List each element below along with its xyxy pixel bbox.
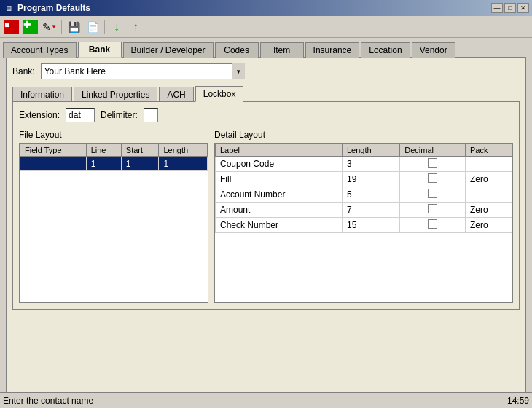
table-row[interactable]: Check Number 15 Zero bbox=[216, 218, 512, 233]
table-row[interactable]: Coupon Code 3 bbox=[216, 157, 512, 172]
tab-linked-properties[interactable]: Linked Properties bbox=[74, 87, 157, 102]
decimal-checkbox[interactable] bbox=[428, 158, 437, 168]
col-line: Line bbox=[86, 144, 121, 157]
toolbar: ■ ✚ ✎ ▼ 💾 📄 ↓ ↑ bbox=[0, 16, 532, 38]
cell-line: 1 bbox=[86, 157, 121, 171]
detail-layout-section: Detail Layout Label Length Decimal Pack bbox=[214, 130, 513, 303]
tab-account-types[interactable]: Account Types bbox=[3, 42, 77, 58]
col-field-type: Field Type bbox=[20, 144, 87, 157]
maximize-button[interactable]: □ bbox=[504, 3, 516, 13]
tab-location[interactable]: Location bbox=[361, 42, 410, 58]
cell-length: 1 bbox=[159, 157, 208, 171]
cell-length: 15 bbox=[343, 218, 400, 233]
cell-label: Fill bbox=[216, 172, 343, 187]
arrow-down-icon: ↓ bbox=[114, 20, 120, 34]
col-length: Length bbox=[343, 144, 400, 157]
table-row[interactable]: Fill 19 Zero bbox=[216, 172, 512, 187]
status-time: 14:59 bbox=[501, 396, 529, 406]
tab-vendor[interactable]: Vendor bbox=[412, 42, 455, 58]
cell-pack: Zero bbox=[465, 218, 512, 233]
cell-pack bbox=[465, 187, 512, 203]
cell-label: Account Number bbox=[216, 187, 343, 203]
status-bar: Enter the contact name 14:59 bbox=[0, 392, 532, 408]
ext-delimiter-row: Extension: Delimiter: bbox=[19, 108, 513, 122]
status-text: Enter the contact name bbox=[3, 396, 93, 406]
table-row[interactable]: Amount 7 Zero bbox=[216, 203, 512, 218]
copy-icon: 📄 bbox=[87, 21, 99, 33]
toolbar-green-add-button[interactable]: ✚ bbox=[22, 18, 39, 36]
toolbar-edit-button[interactable]: ✎ ▼ bbox=[41, 18, 58, 36]
cell-length: 3 bbox=[343, 157, 400, 172]
tab-lockbox[interactable]: Lockbox bbox=[195, 86, 244, 102]
main-window: 🖥 Program Defaults — □ ✕ ■ ✚ ✎ ▼ 💾 📄 ↓ bbox=[0, 0, 532, 408]
col-start: Start bbox=[121, 144, 159, 157]
title-bar-buttons: — □ ✕ bbox=[491, 3, 529, 13]
separator-1 bbox=[61, 20, 62, 34]
bank-row: Bank: ▼ bbox=[12, 63, 520, 79]
window-title: Program Defaults bbox=[17, 3, 491, 13]
cell-start: 1 bbox=[121, 157, 159, 171]
cell-length: 19 bbox=[343, 172, 400, 187]
cell-decimal bbox=[400, 203, 466, 218]
col-decimal: Decimal bbox=[400, 144, 466, 157]
toolbar-down-button[interactable]: ↓ bbox=[108, 18, 125, 36]
toolbar-up-button[interactable]: ↑ bbox=[127, 18, 144, 36]
cell-pack bbox=[465, 157, 512, 172]
delimiter-label: Delimiter: bbox=[101, 110, 138, 120]
bank-select[interactable] bbox=[41, 63, 245, 79]
cell-length: 5 bbox=[343, 187, 400, 203]
tab-item[interactable]: Item bbox=[260, 42, 304, 58]
delimiter-input[interactable] bbox=[144, 108, 158, 122]
decimal-checkbox[interactable] bbox=[428, 219, 437, 229]
add-icon: ✚ bbox=[23, 20, 38, 34]
cell-field-type bbox=[20, 157, 87, 171]
table-row[interactable]: Account Number 5 bbox=[216, 187, 512, 203]
toolbar-save-button[interactable]: 💾 bbox=[65, 18, 82, 36]
cell-decimal bbox=[400, 172, 466, 187]
arrow-up-icon: ↑ bbox=[133, 20, 138, 34]
tab-ach[interactable]: ACH bbox=[159, 87, 193, 102]
app-icon: 🖥 bbox=[3, 2, 15, 14]
cell-decimal bbox=[400, 157, 466, 172]
tab-insurance[interactable]: Insurance bbox=[305, 42, 360, 58]
detail-layout-table: Label Length Decimal Pack Coupon Code bbox=[215, 144, 512, 233]
cell-label: Coupon Code bbox=[216, 157, 343, 172]
cell-pack: Zero bbox=[465, 203, 512, 218]
cell-pack: Zero bbox=[465, 172, 512, 187]
edit-flag: ▼ bbox=[51, 23, 57, 30]
file-layout-title: File Layout bbox=[19, 130, 208, 140]
cell-label: Amount bbox=[216, 203, 343, 218]
cell-label: Check Number bbox=[216, 218, 343, 233]
file-layout-table: Field Type Line Start Length bbox=[20, 144, 208, 171]
layouts-container: File Layout Field Type Line Start Length bbox=[19, 130, 513, 303]
decimal-checkbox[interactable] bbox=[428, 173, 437, 183]
tab-codes[interactable]: Codes bbox=[215, 42, 259, 58]
stop-icon: ■ bbox=[4, 20, 19, 34]
cell-decimal bbox=[400, 218, 466, 233]
table-row[interactable]: 1 1 1 bbox=[20, 157, 208, 171]
minimize-button[interactable]: — bbox=[491, 3, 503, 13]
toolbar-red-button[interactable]: ■ bbox=[3, 18, 20, 36]
cell-decimal bbox=[400, 187, 466, 203]
col-length: Length bbox=[159, 144, 208, 157]
close-button[interactable]: ✕ bbox=[517, 3, 529, 13]
tab-builder-developer[interactable]: Builder / Developer bbox=[123, 42, 214, 58]
tab-bank[interactable]: Bank bbox=[78, 42, 122, 58]
decimal-checkbox[interactable] bbox=[428, 189, 437, 198]
col-pack: Pack bbox=[465, 144, 512, 157]
extension-input[interactable] bbox=[66, 108, 95, 122]
tab-information[interactable]: Information bbox=[12, 87, 72, 102]
bank-dropdown-container: ▼ bbox=[41, 63, 245, 79]
main-panel: Bank: ▼ Information Linked Properties AC… bbox=[6, 57, 526, 405]
bank-dropdown-arrow[interactable]: ▼ bbox=[232, 63, 245, 79]
outer-tab-bar: Account Types Bank Builder / Developer C… bbox=[0, 38, 532, 57]
file-layout-section: File Layout Field Type Line Start Length bbox=[19, 130, 208, 303]
toolbar-copy-button[interactable]: 📄 bbox=[84, 18, 101, 36]
edit-icon: ✎ bbox=[42, 21, 51, 33]
inner-tab-bar: Information Linked Properties ACH Lockbo… bbox=[12, 85, 520, 101]
decimal-checkbox[interactable] bbox=[428, 204, 437, 213]
lockbox-panel: Extension: Delimiter: File Layout bbox=[12, 101, 520, 310]
title-bar: 🖥 Program Defaults — □ ✕ bbox=[0, 0, 532, 16]
col-label: Label bbox=[216, 144, 343, 157]
save-icon: 💾 bbox=[68, 21, 80, 33]
